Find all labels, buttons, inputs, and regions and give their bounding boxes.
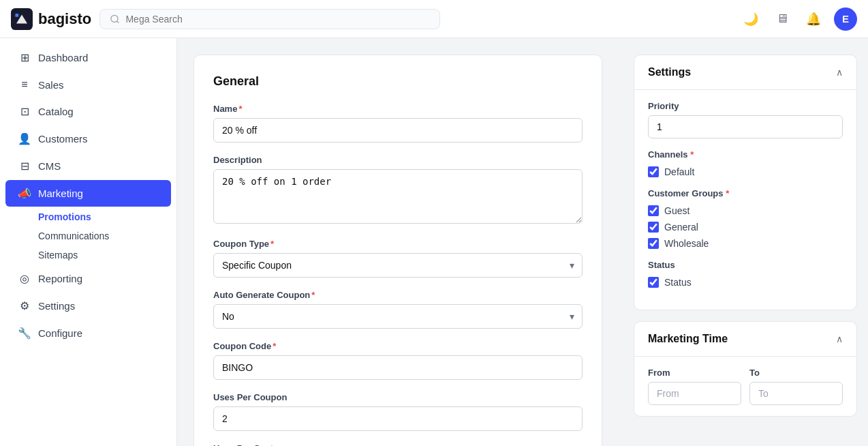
- sidebar-item-reporting[interactable]: ◎ Reporting: [5, 265, 171, 292]
- status-label: Status: [664, 277, 692, 288]
- sidebar-item-sitemaps[interactable]: Sitemaps: [33, 246, 176, 265]
- to-label: To: [749, 368, 843, 378]
- sidebar: ⊞ Dashboard ≡ Sales ⊡ Catalog 👤 Customer…: [0, 38, 177, 446]
- marketing-time-body: From To: [634, 357, 856, 416]
- from-input[interactable]: [648, 382, 741, 405]
- sidebar-item-cms[interactable]: ⊟ CMS: [5, 153, 171, 179]
- group-general-checkbox[interactable]: [648, 222, 659, 233]
- status-section: Status Status: [648, 260, 843, 288]
- channels-section: Channels * Default: [648, 149, 843, 177]
- priority-section: Priority: [648, 101, 843, 138]
- sidebar-label-reporting: Reporting: [38, 273, 82, 284]
- uses-per-coupon-label: Uses Per Coupon: [213, 392, 583, 402]
- coupon-type-select-wrap: Specific Coupon Auto Generated ▾: [213, 253, 583, 278]
- coupon-type-group: Coupon Type* Specific Coupon Auto Genera…: [213, 239, 583, 278]
- uses-per-coupon-input[interactable]: [213, 406, 583, 431]
- search-bar[interactable]: [99, 9, 440, 29]
- channel-default-checkbox[interactable]: [648, 166, 659, 177]
- right-panel: Settings ∧ Priority Channels * Default: [623, 38, 868, 446]
- general-form-card: General Name* Description Coupon Type* S…: [193, 55, 602, 446]
- sidebar-item-communications[interactable]: Communications: [33, 226, 176, 246]
- sidebar-item-sales[interactable]: ≡ Sales: [5, 72, 171, 98]
- topnav-icons: 🌙 🖥 🔔 E: [740, 8, 857, 31]
- from-label: From: [648, 368, 741, 378]
- sidebar-item-customers[interactable]: 👤 Customers: [5, 125, 171, 152]
- auto-generate-group: Auto Generate Coupon* No Yes ▾: [213, 290, 583, 329]
- customers-icon: 👤: [18, 132, 31, 145]
- sidebar-label-catalog: Catalog: [38, 106, 74, 117]
- settings-title: Settings: [648, 66, 691, 78]
- sidebar-item-catalog[interactable]: ⊡ Catalog: [5, 98, 171, 125]
- auto-generate-select-wrap: No Yes ▾: [213, 304, 583, 329]
- settings-icon: ⚙: [18, 299, 31, 312]
- channel-default-row: Default: [648, 166, 843, 177]
- reporting-icon: ◎: [18, 272, 31, 285]
- store-icon[interactable]: 🖥: [771, 8, 793, 30]
- description-textarea[interactable]: [213, 169, 583, 224]
- marketing-time-card: Marketing Time ∧ From To: [634, 321, 857, 417]
- group-wholesale-row: Wholesale: [648, 238, 843, 249]
- name-group: Name*: [213, 104, 583, 143]
- catalog-icon: ⊡: [18, 105, 31, 118]
- to-group: To: [749, 368, 843, 405]
- coupon-code-input[interactable]: [213, 355, 583, 380]
- search-icon: [110, 14, 120, 25]
- priority-input[interactable]: [648, 115, 843, 138]
- settings-card-body: Priority Channels * Default Customer Gro…: [634, 90, 856, 310]
- uses-per-customer-label: Uses Per Customer: [213, 443, 583, 446]
- sidebar-item-marketing[interactable]: 📣 Marketing: [5, 180, 171, 207]
- priority-label: Priority: [648, 101, 843, 111]
- logo-icon: [11, 8, 33, 30]
- section-title: General: [213, 74, 583, 89]
- search-input[interactable]: [125, 14, 430, 25]
- sidebar-label-configure: Configure: [38, 327, 82, 339]
- sidebar-item-dashboard[interactable]: ⊞ Dashboard: [5, 44, 171, 71]
- svg-rect-1: [15, 14, 18, 17]
- logo[interactable]: bagisto: [11, 8, 91, 30]
- uses-per-customer-group: Uses Per Customer: [213, 443, 583, 446]
- name-label: Name*: [213, 104, 583, 114]
- sidebar-sub-marketing: Promotions Communications Sitemaps: [0, 207, 176, 265]
- sidebar-item-promotions[interactable]: Promotions: [33, 207, 176, 226]
- group-wholesale-label: Wholesale: [664, 238, 709, 249]
- channel-default-label: Default: [664, 166, 694, 177]
- cms-icon: ⊟: [18, 160, 31, 173]
- configure-icon: 🔧: [18, 327, 31, 340]
- avatar[interactable]: E: [834, 8, 857, 31]
- sidebar-label-settings: Settings: [38, 300, 75, 312]
- sidebar-item-configure[interactable]: 🔧 Configure: [5, 320, 171, 346]
- coupon-type-label: Coupon Type*: [213, 239, 583, 249]
- group-wholesale-checkbox[interactable]: [648, 238, 659, 249]
- name-input[interactable]: [213, 118, 583, 143]
- top-navigation: bagisto 🌙 🖥 🔔 E: [0, 0, 868, 38]
- bell-icon[interactable]: 🔔: [803, 8, 824, 30]
- marketing-time-header: Marketing Time ∧: [634, 322, 856, 357]
- status-section-label: Status: [648, 260, 843, 270]
- group-general-row: General: [648, 222, 843, 233]
- coupon-type-select[interactable]: Specific Coupon Auto Generated: [213, 253, 583, 278]
- marketing-time-collapse-icon[interactable]: ∧: [836, 333, 843, 344]
- sidebar-item-settings[interactable]: ⚙ Settings: [5, 293, 171, 319]
- auto-generate-select[interactable]: No Yes: [213, 304, 583, 329]
- moon-icon[interactable]: 🌙: [740, 8, 762, 30]
- channels-label: Channels *: [648, 149, 843, 160]
- coupon-code-group: Coupon Code*: [213, 341, 583, 380]
- sidebar-label-marketing: Marketing: [38, 188, 83, 199]
- customer-groups-section: Customer Groups * Guest General Wholesal…: [648, 188, 843, 249]
- group-guest-row: Guest: [648, 205, 843, 216]
- coupon-code-label: Coupon Code*: [213, 341, 583, 351]
- status-checkbox[interactable]: [648, 277, 659, 288]
- uses-per-coupon-group: Uses Per Coupon: [213, 392, 583, 431]
- logo-text: bagisto: [38, 10, 91, 28]
- svg-point-2: [111, 15, 118, 22]
- settings-card-header: Settings ∧: [634, 55, 856, 90]
- group-guest-checkbox[interactable]: [648, 205, 659, 216]
- customer-groups-label: Customer Groups *: [648, 188, 843, 198]
- sales-icon: ≡: [18, 78, 31, 91]
- settings-card: Settings ∧ Priority Channels * Default: [634, 55, 857, 310]
- settings-collapse-icon[interactable]: ∧: [836, 67, 843, 78]
- to-input[interactable]: [749, 382, 843, 405]
- sidebar-label-dashboard: Dashboard: [38, 52, 88, 63]
- description-label: Description: [213, 155, 583, 165]
- marketing-time-title: Marketing Time: [648, 333, 728, 345]
